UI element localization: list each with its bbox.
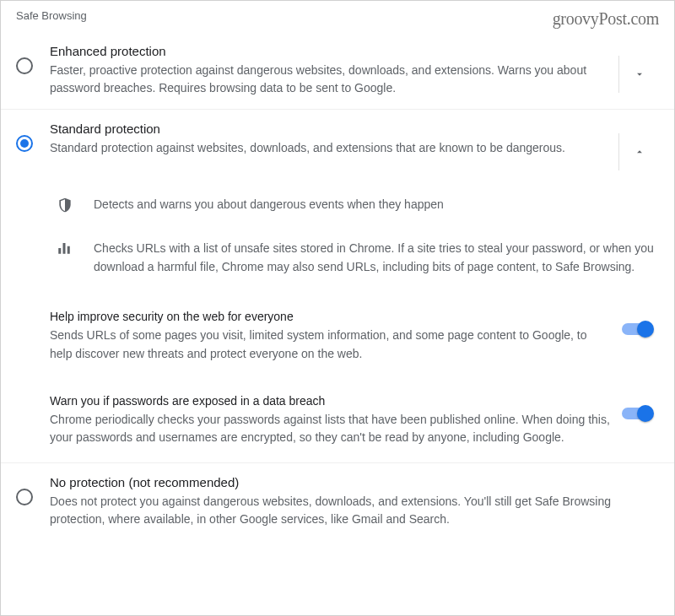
chevron-down-icon xyxy=(634,68,645,80)
svg-rect-0 xyxy=(58,248,61,254)
expand-enhanced-button[interactable] xyxy=(618,56,659,93)
option-description: Faster, proactive protection against dan… xyxy=(50,62,618,97)
sub-option-title: Help improve security on the web for eve… xyxy=(50,310,610,323)
sub-option-improve-security: Help improve security on the web for eve… xyxy=(50,294,659,378)
detail-text: Detects and warns you about dangerous ev… xyxy=(82,196,659,214)
radio-standard[interactable] xyxy=(16,135,33,152)
option-title: Enhanced protection xyxy=(50,44,618,58)
option-description: Standard protection against websites, do… xyxy=(50,139,618,157)
radio-no-protection[interactable] xyxy=(16,489,33,505)
shield-icon xyxy=(57,197,73,213)
option-standard[interactable]: Standard protection Standard protection … xyxy=(1,110,674,182)
toggle-password-breach[interactable] xyxy=(622,408,652,419)
radio-enhanced[interactable] xyxy=(16,57,33,74)
detail-text: Checks URLs with a list of unsafe sites … xyxy=(82,240,659,276)
option-description: Does not protect you against dangerous w… xyxy=(50,493,659,528)
collapse-standard-button[interactable] xyxy=(618,133,659,170)
sub-option-password-breach: Warn you if passwords are exposed in a d… xyxy=(50,379,659,462)
detail-urls: Checks URLs with a list of unsafe sites … xyxy=(50,226,659,286)
toggle-improve-security[interactable] xyxy=(622,323,652,335)
section-title: Safe Browsing xyxy=(16,9,87,22)
option-title: Standard protection xyxy=(50,122,618,136)
svg-rect-2 xyxy=(68,246,70,254)
sub-option-title: Warn you if passwords are exposed in a d… xyxy=(50,394,610,408)
standard-details: Detects and warns you about dangerous ev… xyxy=(1,182,674,286)
sub-option-description: Sends URLs of some pages you visit, limi… xyxy=(50,327,610,363)
option-no-protection[interactable]: No protection (not recommended) Does not… xyxy=(1,463,674,540)
standard-sub-options: Help improve security on the web for eve… xyxy=(1,294,674,463)
sub-option-description: Chrome periodically checks your password… xyxy=(50,411,610,447)
option-title: No protection (not recommended) xyxy=(50,475,659,489)
bar-chart-icon xyxy=(57,240,72,256)
watermark-text: groovyPost.com xyxy=(553,9,659,29)
option-enhanced[interactable]: Enhanced protection Faster, proactive pr… xyxy=(1,32,674,110)
detail-warn: Detects and warns you about dangerous ev… xyxy=(50,182,659,226)
svg-rect-1 xyxy=(63,243,66,254)
chevron-up-icon xyxy=(634,146,645,158)
